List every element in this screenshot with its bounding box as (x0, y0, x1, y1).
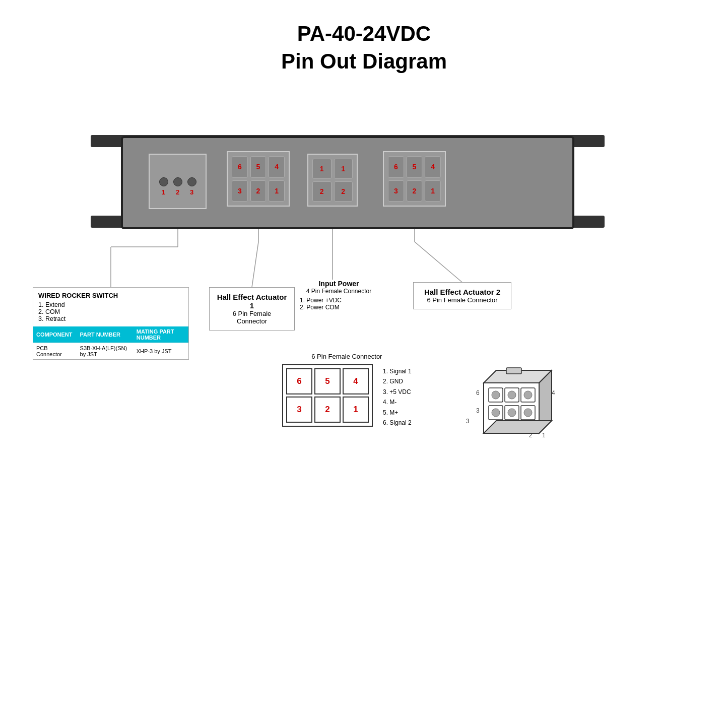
sixpin-diagram-section: 6 Pin Female Connector 6 5 4 3 2 1 1. Si… (282, 353, 412, 428)
svg-point-21 (508, 391, 516, 399)
pin-1a: 1 (312, 159, 332, 179)
connector-3d-illustration: 6 4 3 1 2 3 (464, 353, 574, 455)
pin-1: 1 (425, 180, 441, 202)
sixpin-cell-3: 3 (286, 396, 312, 423)
he1-title: Hall Effect Actuator 1 (217, 293, 287, 310)
pin-4: 4 (269, 156, 285, 178)
page-title: PA-40-24VDC Pin Out Diagram (0, 0, 728, 75)
rocker-table: COMPONENT PART NUMBER MATING PART NUMBER… (33, 326, 188, 359)
pin-label-3: 3 (190, 188, 193, 196)
sixpin-cell-6: 6 (286, 368, 312, 394)
sixpin-grid: 6 5 4 3 2 1 (282, 364, 373, 427)
label-signal1: 1. Signal 1 (383, 366, 412, 376)
svg-point-20 (492, 391, 500, 399)
pin-3: 3 (232, 180, 248, 202)
svg-text:2: 2 (529, 432, 533, 439)
pin-5: 5 (407, 156, 423, 178)
svg-text:3: 3 (466, 418, 470, 425)
pin-6: 6 (232, 156, 248, 178)
pin-3: 3 (388, 180, 404, 202)
ip-items: 1. Power +VDC 2. Power COM (295, 297, 383, 311)
cell-mating-part: XHP-3 by JST (134, 343, 188, 360)
ip-item-1: 1. Power +VDC (300, 297, 383, 304)
pin-dot (159, 177, 168, 186)
svg-point-24 (508, 409, 516, 417)
ip-item-2: 2. Power COM (300, 304, 383, 311)
pin-1b: 1 (334, 159, 353, 179)
title-line2: Pin Out Diagram (0, 48, 728, 76)
he2-subtitle: 6 Pin Female Connector (421, 296, 504, 304)
svg-point-23 (492, 409, 500, 417)
rocker-info-title: WIRED ROCKER SWITCH (33, 288, 188, 301)
pin-2: 2 (250, 180, 267, 202)
col-part-number: PART NUMBER (77, 326, 134, 343)
sixpin-grid-wrapper: 6 5 4 3 2 1 1. Signal 1 2. GND 3. +5 VDC… (282, 364, 412, 428)
connector-3pin: 1 2 3 (149, 154, 207, 209)
pin-2: 2 (407, 180, 423, 202)
connector-6pin-he1: 6 5 4 3 2 1 (227, 151, 290, 207)
connector-6pin-he2: 6 5 4 3 2 1 (383, 151, 446, 207)
rocker-item-com: COM (38, 308, 183, 315)
pin-6: 6 (388, 156, 404, 178)
he2-label-box: Hall Effect Actuator 2 6 Pin Female Conn… (413, 282, 511, 309)
title-line1: PA-40-24VDC (0, 20, 728, 48)
sixpin-cell-5: 5 (314, 368, 341, 394)
connector-iso-svg: 6 4 3 1 2 3 (464, 353, 574, 453)
ip-label-box: Input Power 4 Pin Female Connector 1. Po… (295, 280, 383, 311)
pin-4: 4 (425, 156, 441, 178)
svg-text:1: 1 (542, 432, 546, 439)
pin-dot (187, 177, 196, 186)
he1-subtitle: 6 Pin Female Connector (217, 310, 287, 325)
svg-text:3: 3 (476, 407, 480, 414)
svg-text:6: 6 (476, 389, 480, 396)
rocker-info-box: WIRED ROCKER SWITCH Extend COM Retract C… (33, 287, 189, 360)
sixpin-cell-1: 1 (343, 396, 369, 423)
ip-subtitle: 4 Pin Female Connector (295, 288, 383, 295)
col-mating-part: MATING PART NUMBER (134, 326, 188, 343)
col-component: COMPONENT (33, 326, 77, 343)
sixpin-labels: 1. Signal 1 2. GND 3. +5 VDC 4. M- 5. M+… (383, 364, 412, 428)
svg-text:4: 4 (552, 389, 555, 396)
rocker-item-extend: Extend (38, 301, 183, 308)
he2-title: Hall Effect Actuator 2 (421, 288, 504, 296)
connector-4pin-input-power: 1 1 2 2 (307, 154, 358, 207)
pin-1: 1 (269, 180, 285, 202)
svg-marker-12 (484, 421, 552, 433)
svg-line-4 (252, 242, 258, 287)
label-gnd: 2. GND (383, 376, 412, 386)
label-5vdc: 3. +5 VDC (383, 387, 412, 397)
svg-line-7 (415, 242, 462, 282)
rocker-item-retract: Retract (38, 315, 183, 322)
pin-dot (173, 177, 182, 186)
pin-5: 5 (250, 156, 267, 178)
table-row: PCB Connector S3B-XH-A(LF)(SN) by JST XH… (33, 343, 188, 360)
sixpin-diagram-title: 6 Pin Female Connector (282, 353, 412, 360)
svg-point-25 (524, 409, 532, 417)
pin-2b: 2 (334, 181, 353, 202)
rocker-info-list: Extend COM Retract (33, 301, 188, 326)
ip-title: Input Power (295, 280, 383, 288)
label-signal2: 6. Signal 2 (383, 418, 412, 428)
sixpin-cell-4: 4 (343, 368, 369, 394)
he1-label-box: Hall Effect Actuator 1 6 Pin Female Conn… (209, 287, 295, 330)
svg-point-22 (524, 391, 532, 399)
svg-rect-19 (506, 368, 521, 374)
cell-part-number: S3B-XH-A(LF)(SN) by JST (77, 343, 134, 360)
pin-label-2: 2 (176, 188, 179, 196)
label-mminus: 4. M- (383, 397, 412, 407)
pin-label-1: 1 (162, 188, 165, 196)
label-mplus: 5. M+ (383, 408, 412, 418)
sixpin-cell-2: 2 (314, 396, 341, 423)
cell-component: PCB Connector (33, 343, 77, 360)
pin-2a: 2 (312, 181, 332, 202)
